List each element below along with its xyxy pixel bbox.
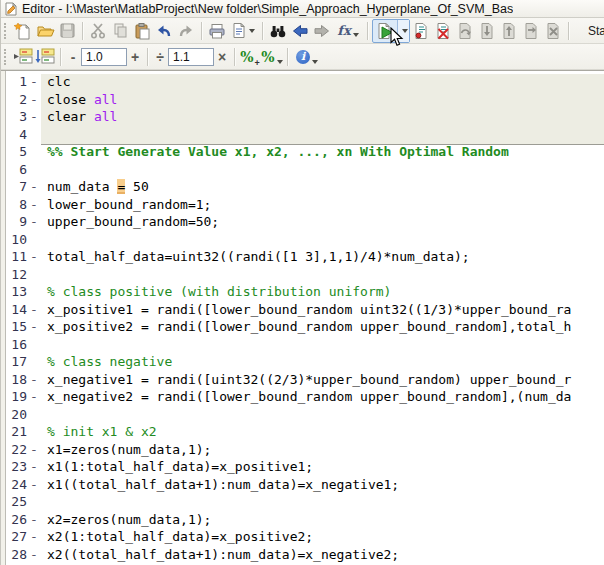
breakpoint-dash	[27, 354, 41, 372]
breakpoint-dash[interactable]: -	[27, 389, 41, 407]
code-line[interactable]: 4	[1, 127, 604, 145]
go-forward-button[interactable]	[311, 20, 333, 42]
breakpoint-dash[interactable]: -	[27, 459, 41, 477]
save-button[interactable]	[56, 20, 78, 42]
multiply-value-button[interactable]: ×	[214, 49, 230, 65]
set-clear-breakpoint-button[interactable]	[410, 20, 432, 42]
toolbar-separator	[234, 48, 235, 66]
breakpoint-dash[interactable]: -	[27, 512, 41, 530]
code-line[interactable]: 17% class negative	[1, 354, 604, 372]
code-line[interactable]: 15-x_positive2 = randi([lower_bound_rand…	[1, 319, 604, 337]
breakpoint-dash[interactable]: -	[27, 442, 41, 460]
run-button[interactable]	[373, 20, 397, 42]
code-line[interactable]: 8-lower_bound_random=1;	[1, 197, 604, 215]
breakpoint-dash[interactable]: -	[27, 547, 41, 565]
line-number: 3	[1, 109, 27, 127]
code-text	[41, 162, 604, 180]
line-number: 6	[1, 162, 27, 180]
breakpoint-dash[interactable]: -	[27, 179, 41, 197]
copy-button[interactable]	[109, 20, 131, 42]
code-line[interactable]: 14-x_positive1 = randi([lower_bound_rand…	[1, 302, 604, 320]
code-line[interactable]: 20	[1, 407, 604, 425]
code-text: clc	[41, 74, 604, 92]
step-out-button[interactable]	[498, 20, 520, 42]
redo-button[interactable]	[175, 20, 197, 42]
code-line[interactable]: 5%% Start Generate Value x1, x2, ..., xn…	[1, 144, 604, 162]
copy-icon	[112, 22, 129, 39]
exit-debug-button[interactable]	[542, 20, 564, 42]
open-file-button[interactable]	[34, 20, 56, 42]
cut-button[interactable]	[87, 20, 109, 42]
code-editor[interactable]: 1-clc2-close all3-clear all45%% Start Ge…	[1, 70, 604, 565]
toolbar-separator	[201, 22, 202, 40]
breakpoint-dash[interactable]: -	[27, 249, 41, 267]
cell-value-input[interactable]	[81, 48, 127, 66]
step-in-button[interactable]	[476, 20, 498, 42]
comment-add-button[interactable]: %+	[239, 46, 261, 68]
breakpoint-dash[interactable]: -	[27, 197, 41, 215]
code-text: x_negative1 = randi([uint32((2/3)*upper_…	[41, 372, 604, 390]
stack-selector-label[interactable]: Stac	[588, 18, 604, 43]
run-dropdown-button[interactable]	[397, 20, 409, 42]
comment-remove-button[interactable]: %	[261, 46, 283, 68]
function-browser-button[interactable]: fx	[333, 20, 363, 42]
code-line[interactable]: 19-x_negative2 = randi([lower_bound_rand…	[1, 389, 604, 407]
line-number: 25	[1, 494, 27, 512]
code-line[interactable]: 21% init x1 & x2	[1, 424, 604, 442]
code-line[interactable]: 6	[1, 162, 604, 180]
breakpoint-dash[interactable]: -	[27, 477, 41, 495]
code-line[interactable]: 25	[1, 494, 604, 512]
cell-divider	[41, 144, 604, 145]
cell-factor-input[interactable]	[168, 48, 214, 66]
breakpoint-dash[interactable]: -	[27, 92, 41, 110]
code-line[interactable]: 1-clc	[1, 74, 604, 92]
code-line[interactable]: 27-x2(1:total_half_data)=x_positive2;	[1, 529, 604, 547]
toolbar-grip[interactable]	[4, 49, 8, 65]
info-button[interactable]: i	[292, 46, 322, 68]
open-folder-icon	[36, 22, 55, 40]
divide-value-button[interactable]: ÷	[152, 49, 168, 65]
breakpoint-dash[interactable]: -	[27, 529, 41, 547]
increment-value-button[interactable]: +	[127, 49, 143, 65]
breakpoint-dash[interactable]: -	[27, 214, 41, 232]
paste-button[interactable]	[131, 20, 153, 42]
evaluate-cell-and-advance-button[interactable]	[34, 46, 56, 68]
breakpoint-dash[interactable]: -	[27, 319, 41, 337]
code-text: close all	[41, 92, 604, 110]
code-line[interactable]: 22-x1=zeros(num_data,1);	[1, 442, 604, 460]
code-line[interactable]: 9-upper_bound_random=50;	[1, 214, 604, 232]
code-line[interactable]: 11-total_half_data=uint32((randi([1 3],1…	[1, 249, 604, 267]
step-button[interactable]	[454, 20, 476, 42]
go-back-button[interactable]	[289, 20, 311, 42]
code-line[interactable]: 28-x2((total_half_data+1):num_data)=x_ne…	[1, 547, 604, 565]
code-line[interactable]: 23-x1(1:total_half_data)=x_positive1;	[1, 459, 604, 477]
code-line[interactable]: 24-x1((total_half_data+1):num_data)=x_ne…	[1, 477, 604, 495]
undo-button[interactable]	[153, 20, 175, 42]
breakpoint-dash[interactable]: -	[27, 109, 41, 127]
breakpoint-dash[interactable]: -	[27, 372, 41, 390]
code-line[interactable]: 2-close all	[1, 92, 604, 110]
breakpoint-dash[interactable]: -	[27, 74, 41, 92]
toolbar-separator	[568, 22, 569, 40]
toolbar-grip[interactable]	[4, 23, 8, 39]
code-line[interactable]: 12	[1, 267, 604, 285]
print-button[interactable]	[206, 20, 228, 42]
run-to-cursor-button[interactable]	[520, 20, 542, 42]
line-number: 23	[1, 459, 27, 477]
evaluate-cell-button[interactable]	[12, 46, 34, 68]
line-number: 2	[1, 92, 27, 110]
publish-icon	[231, 22, 247, 39]
code-line[interactable]: 3-clear all	[1, 109, 604, 127]
publish-button[interactable]	[228, 20, 258, 42]
clear-all-breakpoints-button[interactable]	[432, 20, 454, 42]
find-files-button[interactable]	[267, 20, 289, 42]
code-line[interactable]: 26-x2=zeros(num_data,1);	[1, 512, 604, 530]
new-file-button[interactable]	[12, 20, 34, 42]
decrement-value-button[interactable]: -	[65, 49, 81, 65]
code-line[interactable]: 16	[1, 337, 604, 355]
code-line[interactable]: 7-num_data = 50	[1, 179, 604, 197]
breakpoint-dash[interactable]: -	[27, 302, 41, 320]
code-line[interactable]: 18-x_negative1 = randi([uint32((2/3)*upp…	[1, 372, 604, 390]
code-line[interactable]: 13% class positive (with distribution un…	[1, 284, 604, 302]
code-line[interactable]: 10	[1, 232, 604, 250]
